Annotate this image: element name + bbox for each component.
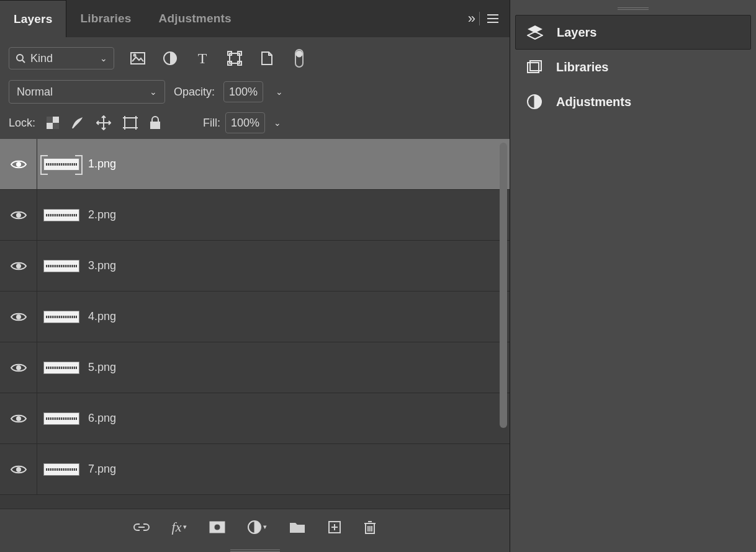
delete-layer-icon[interactable]: [364, 520, 376, 535]
layer-thumbnail[interactable]: [43, 209, 79, 221]
layer-row[interactable]: 2.png: [0, 190, 510, 241]
group-layers-icon[interactable]: [289, 521, 305, 533]
visibility-toggle[interactable]: [0, 190, 37, 240]
layer-row[interactable]: 4.png: [0, 292, 510, 342]
svg-point-3: [17, 55, 23, 61]
layers-panel: Layers Libraries Adjustments » Kind ⌄: [0, 0, 510, 552]
side-item-label: Adjustments: [556, 95, 631, 109]
resize-grip[interactable]: [618, 6, 649, 10]
side-panel: Layers Libraries Adjustments: [510, 0, 756, 552]
layer-effects-icon[interactable]: fx▾: [172, 519, 187, 535]
chevron-down-icon: ⌄: [100, 53, 107, 63]
visibility-toggle[interactable]: [0, 444, 37, 494]
layer-row[interactable]: 6.png: [0, 393, 510, 444]
scrollbar[interactable]: [500, 143, 507, 428]
side-item-layers[interactable]: Layers: [515, 15, 751, 50]
layer-name[interactable]: 2.png: [88, 208, 116, 221]
filter-toggle[interactable]: [290, 49, 308, 68]
side-item-adjustments[interactable]: Adjustments: [515, 84, 751, 119]
panel-tab-bar: Layers Libraries Adjustments »: [0, 0, 510, 37]
panel-menu-icon[interactable]: [486, 13, 500, 24]
opacity-stepper-icon[interactable]: ⌄: [276, 87, 283, 97]
layer-row[interactable]: 7.png: [0, 444, 510, 495]
lock-artboard-icon[interactable]: [122, 116, 138, 130]
visibility-toggle[interactable]: [0, 139, 37, 189]
layer-mask-icon[interactable]: [209, 521, 225, 533]
svg-point-14: [296, 51, 302, 57]
fill-label: Fill:: [203, 117, 220, 130]
layers-list: 1.png2.png3.png4.png5.png6.png7.png: [0, 139, 510, 509]
layer-row[interactable]: 3.png: [0, 241, 510, 292]
tab-libraries[interactable]: Libraries: [66, 0, 145, 37]
opacity-input[interactable]: 100%: [223, 81, 263, 102]
svg-rect-20: [125, 118, 136, 128]
filter-adjustment-icon[interactable]: [161, 51, 179, 65]
lock-transparency-icon[interactable]: [47, 117, 59, 129]
svg-point-29: [16, 162, 21, 167]
opacity-label: Opacity:: [174, 86, 215, 99]
layer-name[interactable]: 3.png: [88, 259, 116, 272]
layer-row[interactable]: 5.png: [0, 342, 510, 393]
svg-point-32: [16, 314, 21, 319]
svg-line-4: [22, 60, 25, 63]
divider: [479, 12, 480, 25]
side-item-label: Libraries: [556, 60, 608, 74]
svg-point-37: [214, 524, 220, 530]
svg-point-35: [16, 467, 21, 472]
collapse-panel-icon[interactable]: »: [468, 11, 473, 27]
filter-type-icon[interactable]: T: [194, 50, 211, 67]
layers-bottom-bar: fx▾ ▾: [0, 509, 510, 545]
svg-point-31: [16, 264, 21, 269]
visibility-toggle[interactable]: [0, 292, 37, 342]
visibility-toggle[interactable]: [0, 241, 37, 291]
chevron-down-icon: ⌄: [150, 87, 157, 97]
filter-shape-icon[interactable]: [226, 51, 243, 66]
svg-rect-17: [53, 123, 59, 129]
filter-pixel-icon[interactable]: [129, 52, 146, 65]
filter-kind-label: Kind: [30, 52, 53, 65]
lock-position-icon[interactable]: [96, 115, 111, 130]
lock-all-icon[interactable]: [150, 116, 161, 130]
layer-name[interactable]: 4.png: [88, 310, 116, 323]
adjustment-layer-icon[interactable]: ▾: [248, 520, 267, 534]
tab-adjustments[interactable]: Adjustments: [145, 0, 245, 37]
svg-point-34: [16, 416, 21, 421]
svg-point-30: [16, 213, 21, 218]
libraries-icon: [526, 60, 542, 74]
blend-row: Normal ⌄ Opacity: 100% ⌄: [0, 77, 510, 112]
link-layers-icon[interactable]: [133, 522, 150, 532]
new-layer-icon[interactable]: [328, 520, 341, 534]
layer-row[interactable]: 1.png: [0, 139, 510, 190]
visibility-toggle[interactable]: [0, 393, 37, 443]
lock-label: Lock:: [9, 117, 35, 130]
side-item-label: Layers: [557, 25, 597, 40]
layer-thumbnail[interactable]: [43, 412, 79, 425]
filter-kind-dropdown[interactable]: Kind ⌄: [9, 47, 114, 69]
svg-point-33: [16, 365, 21, 370]
layer-thumbnail[interactable]: [43, 362, 79, 374]
side-item-libraries[interactable]: Libraries: [515, 50, 751, 84]
lock-pixels-icon[interactable]: [70, 116, 85, 130]
filter-smartobject-icon[interactable]: [258, 51, 276, 66]
adjustments-icon: [526, 94, 542, 109]
layer-thumbnail[interactable]: [43, 311, 79, 323]
opacity-value: 100%: [229, 86, 258, 99]
layer-thumbnail[interactable]: [43, 260, 79, 272]
layer-thumbnail[interactable]: [43, 158, 79, 171]
fill-value: 100%: [231, 117, 259, 130]
layer-name[interactable]: 1.png: [88, 158, 116, 171]
layer-thumbnail[interactable]: [43, 463, 79, 476]
visibility-toggle[interactable]: [0, 342, 37, 393]
tab-layers[interactable]: Layers: [0, 0, 66, 37]
svg-rect-16: [47, 117, 53, 123]
fill-stepper-icon[interactable]: ⌄: [274, 118, 281, 128]
layer-name[interactable]: 5.png: [88, 361, 116, 374]
resize-grip[interactable]: [230, 548, 280, 552]
layers-icon: [527, 25, 543, 40]
blend-mode-dropdown[interactable]: Normal ⌄: [9, 80, 165, 104]
layer-name[interactable]: 6.png: [88, 412, 116, 425]
layer-name[interactable]: 7.png: [88, 463, 116, 476]
blend-mode-value: Normal: [17, 86, 53, 99]
svg-point-6: [134, 55, 136, 56]
fill-input[interactable]: 100%: [225, 112, 265, 133]
